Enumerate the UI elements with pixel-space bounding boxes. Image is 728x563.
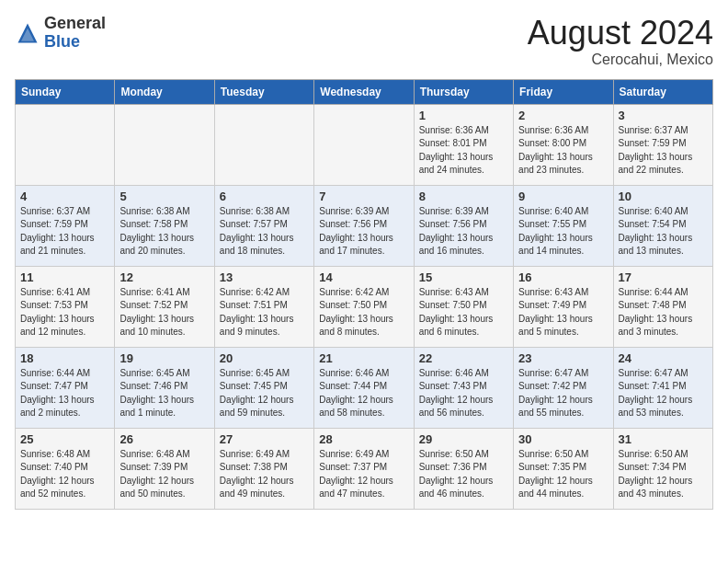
week-row-3: 11Sunrise: 6:41 AM Sunset: 7:53 PM Dayli… [16,266,713,347]
calendar-cell: 23Sunrise: 6:47 AM Sunset: 7:42 PM Dayli… [514,347,613,428]
day-info: Sunrise: 6:50 AM Sunset: 7:34 PM Dayligh… [619,448,708,501]
calendar-cell: 16Sunrise: 6:43 AM Sunset: 7:49 PM Dayli… [514,266,613,347]
calendar-cell: 9Sunrise: 6:40 AM Sunset: 7:55 PM Daylig… [514,185,613,266]
calendar-cell: 28Sunrise: 6:49 AM Sunset: 7:37 PM Dayli… [314,428,414,509]
calendar-cell: 30Sunrise: 6:50 AM Sunset: 7:35 PM Dayli… [514,428,613,509]
day-number: 3 [619,109,708,122]
calendar-cell: 20Sunrise: 6:45 AM Sunset: 7:45 PM Dayli… [214,347,313,428]
day-number: 17 [619,270,708,284]
header-saturday: Saturday [613,79,712,104]
day-number: 2 [518,109,608,122]
calendar-cell [314,104,414,185]
header-sunday: Sunday [16,79,115,104]
calendar-cell: 11Sunrise: 6:41 AM Sunset: 7:53 PM Dayli… [16,266,115,347]
calendar-cell: 19Sunrise: 6:45 AM Sunset: 7:46 PM Dayli… [115,347,214,428]
day-number: 30 [518,432,608,446]
day-number: 5 [119,190,209,203]
day-number: 27 [220,432,309,446]
calendar-cell: 4Sunrise: 6:37 AM Sunset: 7:59 PM Daylig… [16,185,115,266]
day-info: Sunrise: 6:41 AM Sunset: 7:53 PM Dayligh… [20,286,109,339]
calendar-cell: 26Sunrise: 6:48 AM Sunset: 7:39 PM Dayli… [115,428,214,509]
day-number: 7 [319,190,408,203]
calendar-cell: 31Sunrise: 6:50 AM Sunset: 7:34 PM Dayli… [613,428,712,509]
day-number: 29 [419,432,508,446]
calendar-cell [16,104,115,185]
calendar-cell: 5Sunrise: 6:38 AM Sunset: 7:58 PM Daylig… [115,185,214,266]
header-wednesday: Wednesday [314,79,414,104]
day-number: 26 [119,432,209,446]
day-number: 23 [518,351,608,365]
calendar-cell: 27Sunrise: 6:49 AM Sunset: 7:38 PM Dayli… [214,428,313,509]
day-info: Sunrise: 6:50 AM Sunset: 7:35 PM Dayligh… [518,448,608,501]
week-row-5: 25Sunrise: 6:48 AM Sunset: 7:40 PM Dayli… [16,428,713,509]
day-info: Sunrise: 6:48 AM Sunset: 7:40 PM Dayligh… [20,448,109,501]
day-info: Sunrise: 6:44 AM Sunset: 7:48 PM Dayligh… [619,286,708,339]
day-info: Sunrise: 6:44 AM Sunset: 7:47 PM Dayligh… [20,367,109,420]
calendar-cell: 21Sunrise: 6:46 AM Sunset: 7:44 PM Dayli… [314,347,414,428]
day-number: 22 [419,351,508,365]
day-number: 9 [518,190,608,203]
calendar-cell: 25Sunrise: 6:48 AM Sunset: 7:40 PM Dayli… [16,428,115,509]
day-number: 6 [220,190,309,203]
calendar-cell: 13Sunrise: 6:42 AM Sunset: 7:51 PM Dayli… [214,266,313,347]
day-number: 18 [20,351,109,365]
day-info: Sunrise: 6:50 AM Sunset: 7:36 PM Dayligh… [419,448,508,501]
header-tuesday: Tuesday [214,79,313,104]
day-number: 16 [518,270,608,284]
day-number: 20 [220,351,309,365]
day-info: Sunrise: 6:40 AM Sunset: 7:55 PM Dayligh… [518,205,608,259]
day-info: Sunrise: 6:48 AM Sunset: 7:39 PM Dayligh… [119,448,209,501]
calendar-header-row: SundayMondayTuesdayWednesdayThursdayFrid… [16,79,713,104]
week-row-2: 4Sunrise: 6:37 AM Sunset: 7:59 PM Daylig… [16,185,713,266]
day-info: Sunrise: 6:38 AM Sunset: 7:58 PM Dayligh… [119,205,209,259]
day-number: 12 [119,270,209,284]
calendar-cell: 3Sunrise: 6:37 AM Sunset: 7:59 PM Daylig… [613,104,712,185]
calendar-cell: 22Sunrise: 6:46 AM Sunset: 7:43 PM Dayli… [414,347,513,428]
day-info: Sunrise: 6:47 AM Sunset: 7:41 PM Dayligh… [619,367,708,420]
day-info: Sunrise: 6:45 AM Sunset: 7:46 PM Dayligh… [119,367,209,420]
title-block: August 2024 Cerocahui, Mexico [528,15,713,68]
logo-text: General Blue [44,15,106,52]
calendar-table: SundayMondayTuesdayWednesdayThursdayFrid… [15,79,713,510]
day-number: 31 [619,432,708,446]
day-info: Sunrise: 6:39 AM Sunset: 7:56 PM Dayligh… [319,205,408,259]
header-monday: Monday [115,79,214,104]
day-info: Sunrise: 6:42 AM Sunset: 7:51 PM Dayligh… [220,286,309,339]
day-info: Sunrise: 6:36 AM Sunset: 8:01 PM Dayligh… [419,124,508,178]
day-number: 4 [20,190,109,203]
day-number: 8 [419,190,508,203]
calendar-cell: 12Sunrise: 6:41 AM Sunset: 7:52 PM Dayli… [115,266,214,347]
calendar-cell: 7Sunrise: 6:39 AM Sunset: 7:56 PM Daylig… [314,185,414,266]
day-info: Sunrise: 6:37 AM Sunset: 7:59 PM Dayligh… [619,124,708,178]
day-info: Sunrise: 6:37 AM Sunset: 7:59 PM Dayligh… [20,205,109,259]
calendar-cell: 2Sunrise: 6:36 AM Sunset: 8:00 PM Daylig… [514,104,613,185]
calendar-cell: 8Sunrise: 6:39 AM Sunset: 7:56 PM Daylig… [414,185,513,266]
day-number: 28 [319,432,408,446]
week-row-4: 18Sunrise: 6:44 AM Sunset: 7:47 PM Dayli… [16,347,713,428]
calendar-cell [115,104,214,185]
calendar-cell: 18Sunrise: 6:44 AM Sunset: 7:47 PM Dayli… [16,347,115,428]
calendar-cell: 15Sunrise: 6:43 AM Sunset: 7:50 PM Dayli… [414,266,513,347]
day-info: Sunrise: 6:46 AM Sunset: 7:44 PM Dayligh… [319,367,408,420]
day-info: Sunrise: 6:47 AM Sunset: 7:42 PM Dayligh… [518,367,608,420]
day-info: Sunrise: 6:49 AM Sunset: 7:38 PM Dayligh… [220,448,309,501]
calendar-cell: 24Sunrise: 6:47 AM Sunset: 7:41 PM Dayli… [613,347,712,428]
day-number: 19 [119,351,209,365]
day-number: 25 [20,432,109,446]
day-info: Sunrise: 6:41 AM Sunset: 7:52 PM Dayligh… [119,286,209,339]
calendar-cell: 10Sunrise: 6:40 AM Sunset: 7:54 PM Dayli… [613,185,712,266]
day-info: Sunrise: 6:45 AM Sunset: 7:45 PM Dayligh… [220,367,309,420]
day-number: 21 [319,351,408,365]
day-number: 10 [619,190,708,203]
day-number: 11 [20,270,109,284]
calendar-cell [214,104,313,185]
day-number: 14 [319,270,408,284]
calendar-cell: 29Sunrise: 6:50 AM Sunset: 7:36 PM Dayli… [414,428,513,509]
header-friday: Friday [514,79,613,104]
header-thursday: Thursday [414,79,513,104]
day-number: 13 [220,270,309,284]
day-info: Sunrise: 6:36 AM Sunset: 8:00 PM Dayligh… [518,124,608,178]
calendar-cell: 6Sunrise: 6:38 AM Sunset: 7:57 PM Daylig… [214,185,313,266]
logo-general: General [44,14,106,32]
logo-blue: Blue [44,32,80,51]
